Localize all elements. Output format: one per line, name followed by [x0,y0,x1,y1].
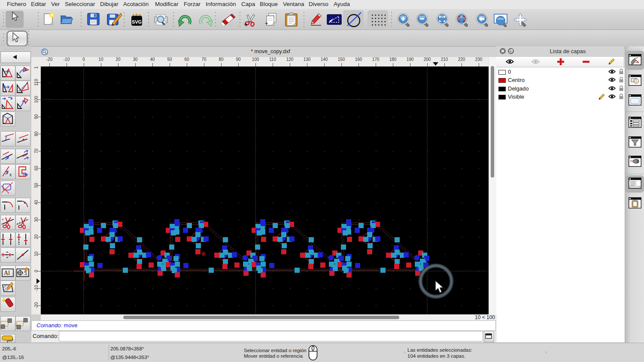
svg-text:Al: Al [4,270,10,276]
svg-text:+: + [2,217,4,222]
svg-text:SVG: SVG [132,19,142,24]
svg-text:+: + [265,20,268,27]
svg-text:x: x [9,172,12,177]
